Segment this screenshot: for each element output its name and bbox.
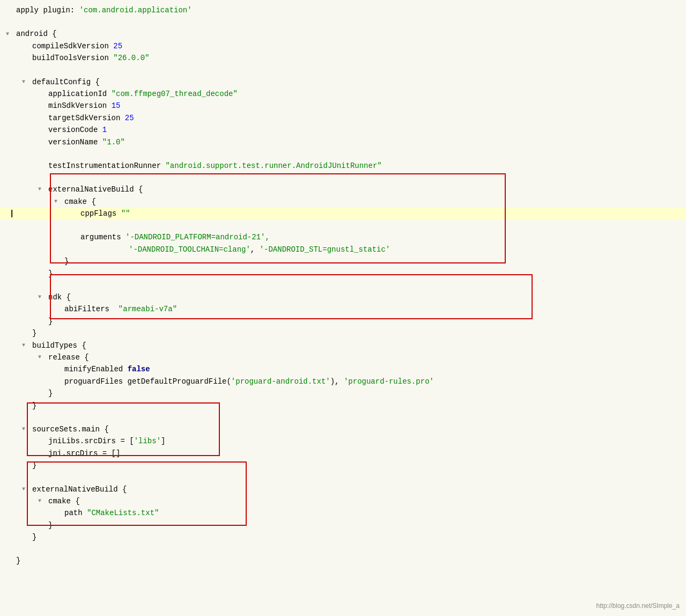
code-token: minSdkVersion [48,100,112,112]
code-token: "26.0.0" [113,52,149,64]
code-token: 25 [125,112,134,124]
fold-indicator[interactable]: ▼ [20,342,27,349]
code-line: targetSdkVersion 25 [0,112,686,124]
code-token: cmake { [64,196,96,208]
fold-indicator[interactable]: ▼ [36,294,43,300]
code-line: arguments '-DANDROID_PLATFORM=android-21… [0,231,686,243]
code-line: proguardFiles getDefaultProguardFile('pr… [0,376,686,387]
code-token: targetSdkVersion [48,112,125,124]
code-line [0,64,686,76]
code-line: } [0,555,686,567]
code-line [0,16,686,28]
code-token: sourceSets.main { [32,423,109,435]
code-line [0,412,686,423]
code-line: jni.srcDirs = [] [0,448,686,459]
fold-indicator[interactable]: ▼ [53,199,59,205]
code-line: } [0,327,686,339]
code-token: ), [330,376,344,387]
code-editor: apply plugin: 'com.android.application'▼… [0,0,686,571]
fold-indicator[interactable]: ▼ [36,186,43,193]
fold-indicator[interactable]: ▼ [20,426,27,432]
code-token: jni.srcDirs = [] [48,448,120,459]
code-line [0,472,686,483]
code-token: 15 [112,100,121,112]
code-token: versionCode [48,124,102,136]
code-token: 'proguard-android.txt' [231,376,330,387]
code-token: } [32,531,36,543]
code-token: } [64,255,69,267]
code-token: , [250,244,260,255]
code-line: } [0,387,686,399]
code-token: apply plugin: [16,4,79,16]
code-line [0,219,686,231]
watermark: http://blog.csdn.net/SImple_a [596,602,680,610]
code-token: } [48,519,53,531]
code-token: } [48,316,53,327]
code-line: } [0,316,686,327]
code-token: } [32,459,36,471]
fold-indicator[interactable]: ▼ [4,31,11,38]
code-token: buildTypes { [32,340,86,351]
code-token: 1 [102,124,107,136]
code-token: buildToolsVersion [32,52,113,64]
code-token: externalNativeBuild { [32,483,127,495]
code-line: ▼android { [0,28,686,40]
code-token: "1.0" [102,136,125,148]
code-token: 'com.android.application' [79,4,192,16]
fold-indicator[interactable]: ▼ [36,354,43,361]
code-line: ▼cmake { [0,196,686,208]
code-line: minifyEnabled false [0,363,686,375]
code-token: arguments [80,231,126,243]
code-token: "CMakeLists.txt" [87,507,159,519]
code-line [0,543,686,555]
code-line: abiFilters "armeabi-v7a" [0,303,686,315]
code-token: applicationId [48,88,112,100]
code-line: } [0,255,686,267]
fold-indicator[interactable]: ▼ [20,486,27,493]
code-line: } [0,531,686,543]
code-token: abiFilters [64,303,119,315]
code-token: ] [161,435,165,447]
code-line: ▼buildTypes { [0,340,686,351]
code-line: ▼release { [0,351,686,363]
code-line: versionCode 1 [0,124,686,136]
code-line: testInstrumentationRunner "android.suppo… [0,160,686,172]
code-line: ▼defaultConfig { [0,76,686,88]
fold-indicator[interactable]: ▼ [36,498,43,504]
fold-indicator[interactable]: ▼ [20,79,27,85]
code-token: 25 [113,40,122,52]
code-line: jniLibs.srcDirs = ['libs'] [0,435,686,447]
code-token: externalNativeBuild { [48,184,143,195]
code-line [0,172,686,184]
code-line: } [0,268,686,280]
code-token: path [64,507,87,519]
code-token: release { [48,351,89,363]
code-token: cmake { [48,495,80,507]
code-token: minifyEnabled [64,363,128,375]
code-line [0,148,686,160]
code-token: 'libs' [134,435,161,447]
code-token: cppFlags [80,208,121,219]
code-line: ▼ndk { [0,291,686,303]
code-token: } [48,387,53,399]
code-token: "armeabi-v7a" [119,303,177,315]
code-token: jniLibs.srcDirs = [ [48,435,134,447]
code-line: ▼externalNativeBuild { [0,184,686,195]
code-line: } [0,519,686,531]
code-token: defaultConfig { [32,76,100,88]
code-line: path "CMakeLists.txt" [0,507,686,519]
code-line: ▼sourceSets.main { [0,423,686,435]
code-token: android { [16,28,57,40]
code-line: buildToolsVersion "26.0.0" [0,52,686,64]
code-token: 'proguard-rules.pro' [344,376,434,387]
code-line: apply plugin: 'com.android.application' [0,4,686,16]
code-line: ▼externalNativeBuild { [0,483,686,495]
code-token: "android.support.test.runner.AndroidJUni… [165,160,381,172]
code-line: } [0,400,686,412]
code-line: '-DANDROID_TOOLCHAIN=clang', '-DANDROID_… [0,244,686,255]
code-line [0,280,686,291]
code-line: ▼cmake { [0,495,686,507]
code-token: proguardFiles getDefaultProguardFile( [64,376,231,387]
code-token: ndk { [48,291,71,303]
code-token: false [128,363,150,375]
